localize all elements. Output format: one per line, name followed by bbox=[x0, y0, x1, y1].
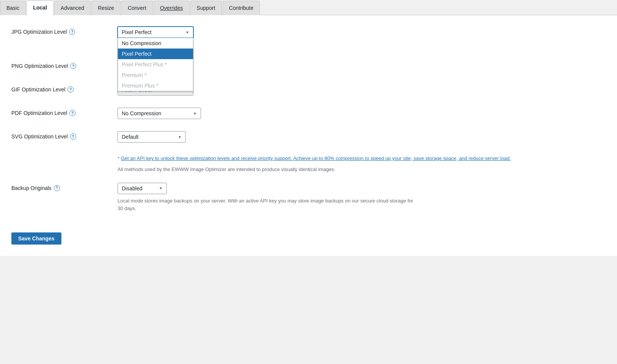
gif-label: GIF Optimization Level ? bbox=[11, 84, 118, 93]
jpg-optimization-row: JPG Optimization Level ? Pixel Perfect ▼… bbox=[11, 27, 606, 38]
api-key-link[interactable]: Get an API key to unlock these optimizat… bbox=[121, 155, 511, 161]
backup-originals-row: Backup Originals ? Disabled ▼ Local mode… bbox=[11, 183, 606, 213]
tab-resize[interactable]: Resize bbox=[91, 1, 121, 15]
jpg-selected-value: Pixel Perfect bbox=[122, 29, 152, 35]
tab-convert[interactable]: Convert bbox=[121, 1, 153, 15]
tab-support[interactable]: Support bbox=[190, 1, 222, 15]
save-button[interactable]: Save Changes bbox=[11, 232, 61, 245]
svg-chevron-icon: ▼ bbox=[178, 135, 182, 139]
svg-label: SVG Optimization Level ? bbox=[11, 131, 118, 140]
tabs-bar: Basic Local Advanced Resize Convert Over… bbox=[0, 0, 617, 15]
jpg-option-pixel-perfect[interactable]: Pixel Perfect bbox=[118, 49, 193, 59]
tab-overrides[interactable]: Overrides bbox=[154, 1, 190, 15]
svg-selected-value: Default bbox=[122, 134, 138, 140]
jpg-option-no-compression[interactable]: No Compression bbox=[118, 38, 193, 49]
backup-control-wrap: Disabled ▼ Local mode stores image backu… bbox=[118, 183, 606, 213]
backup-label: Backup Originals ? bbox=[11, 183, 118, 191]
backup-chevron-icon: ▼ bbox=[159, 186, 163, 190]
pdf-chevron-icon: ▼ bbox=[193, 111, 197, 116]
svg-help-icon[interactable]: ? bbox=[70, 133, 76, 140]
pdf-optimization-row: PDF Optimization Level ? No Compression … bbox=[11, 108, 606, 119]
note-body: All methods used by the EWWW Image Optim… bbox=[118, 166, 335, 174]
pdf-selected-value: No Compression bbox=[122, 110, 161, 116]
pdf-help-icon[interactable]: ? bbox=[69, 110, 75, 116]
svg-optimization-row: SVG Optimization Level ? Default ▼ bbox=[11, 131, 606, 143]
png-label: PNG Optimization Level ? bbox=[11, 61, 118, 69]
page-wrapper: Basic Local Advanced Resize Convert Over… bbox=[0, 0, 617, 256]
api-note: * Get an API key to unlock these optimiz… bbox=[118, 155, 511, 163]
svg-select[interactable]: Default ▼ bbox=[118, 131, 186, 143]
jpg-option-premium-plus[interactable]: Premium Plus * bbox=[118, 80, 193, 91]
jpg-option-premium[interactable]: Premium * bbox=[118, 70, 193, 80]
svg-control-wrap: Default ▼ bbox=[118, 131, 606, 143]
jpg-dropdown: No Compression Pixel Perfect Pixel Perfe… bbox=[118, 38, 193, 91]
jpg-select[interactable]: Pixel Perfect ▼ bbox=[118, 27, 193, 38]
gif-optimization-row: GIF Optimization Level ? Pixel Perfect ▼ bbox=[11, 84, 606, 96]
jpg-option-pixel-perfect-plus[interactable]: Pixel Perfect Plus * bbox=[118, 59, 193, 70]
pdf-control-wrap: No Compression ▼ bbox=[118, 108, 606, 119]
jpg-control-wrap: Pixel Perfect ▼ No Compression Pixel Per… bbox=[118, 27, 606, 38]
pdf-label: PDF Optimization Level ? bbox=[11, 108, 118, 116]
api-note-row: * Get an API key to unlock these optimiz… bbox=[11, 155, 606, 174]
png-optimization-row: PNG Optimization Level ? Pixel Perfect ▼ bbox=[11, 61, 606, 72]
save-button-wrap: Save Changes bbox=[11, 225, 606, 245]
png-help-icon[interactable]: ? bbox=[70, 63, 76, 69]
tab-advanced[interactable]: Advanced bbox=[54, 1, 91, 15]
backup-description: Local mode stores image backups on your … bbox=[118, 197, 413, 213]
tab-contribute[interactable]: Contribute bbox=[223, 1, 260, 15]
gif-help-icon[interactable]: ? bbox=[68, 86, 74, 93]
backup-help-icon[interactable]: ? bbox=[54, 185, 60, 191]
tab-basic[interactable]: Basic bbox=[0, 1, 26, 15]
pdf-select[interactable]: No Compression ▼ bbox=[118, 108, 201, 119]
tab-local[interactable]: Local bbox=[27, 0, 53, 15]
jpg-help-icon[interactable]: ? bbox=[69, 29, 75, 35]
backup-selected-value: Disabled bbox=[122, 185, 142, 191]
backup-select[interactable]: Disabled ▼ bbox=[118, 183, 167, 194]
jpg-label: JPG Optimization Level ? bbox=[11, 27, 118, 35]
jpg-chevron-icon: ▼ bbox=[185, 30, 189, 35]
content-area: JPG Optimization Level ? Pixel Perfect ▼… bbox=[0, 15, 617, 256]
note-prefix: * bbox=[118, 155, 121, 161]
